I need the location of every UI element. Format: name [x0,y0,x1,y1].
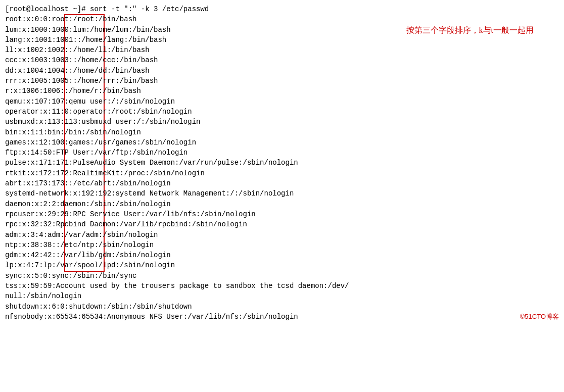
output-line: null:/sbin/nologin [5,291,559,301]
terminal: [root@localhost ~]# sort -t ":" -k 3 /et… [0,0,564,326]
output-line: sync:x:5:0:sync:/sbin:/bin/sync [5,271,559,281]
output-line: shutdown:x:6:0:shutdown:/sbin:/sbin/shut… [5,302,559,312]
output-line: lp:x:4:7:lp:/var/spool/lpd:/sbin/nologin [5,260,559,270]
output-line: tss:x:59:59:Account used by the trousers… [5,281,559,291]
output-line: ll:x:1002:1002::/home/ll:/bin/bash [5,45,559,55]
output-line: nfsnobody:x:65534:65534:Anonymous NFS Us… [5,312,559,322]
output-line: lang:x:1001:1001::/home/lang:/bin/bash [5,35,559,45]
output-line: rrr:x:1005:1005::/home/rrr:/bin/bash [5,76,559,86]
output-line: ntp:x:38:38::/etc/ntp:/sbin/nologin [5,240,559,250]
output-line: rpcuser:x:29:29:RPC Service User:/var/li… [5,209,559,219]
output-line: systemd-network:x:192:192:systemd Networ… [5,188,559,199]
output-line: ccc:x:1003:1003::/home/ccc:/bin/bash [5,55,559,65]
output-line: qemu:x:107:107:qemu user:/:/sbin/nologin [5,96,559,107]
output-line: games:x:12:100:games:/usr/games:/sbin/no… [5,137,559,148]
watermark: ©51CTO博客 [520,312,559,322]
prompt-line: [root@localhost ~]# sort -t ":" -k 3 /et… [5,4,559,14]
terminal-container: [root@localhost ~]# sort -t ":" -k 3 /et… [0,0,564,326]
output-line: rtkit:x:172:172:RealtimeKit:/proc:/sbin/… [5,168,559,178]
output-line: pulse:x:171:171:PulseAudio System Daemon… [5,158,559,168]
output-line: operator:x:11:0:operator:/root:/sbin/nol… [5,107,559,117]
output-lines: root:x:0:0:root:/root:/bin/bashlum:x:100… [5,14,559,322]
output-line: bin:x:1:1:bin:/bin:/sbin/nologin [5,127,559,137]
output-line: ftp:x:14:50:FTP User:/var/ftp:/sbin/nolo… [5,148,559,158]
output-line: adm:x:3:4:adm:/var/adm:/sbin/nologin [5,230,559,240]
output-line: r:x:1006:1006::/home/r:/bin/bash [5,86,559,96]
output-line: rpc:x:32:32:Rpcbind Daemon:/var/lib/rpcb… [5,219,559,229]
output-line: usbmuxd:x:113:113:usbmuxd user:/:/sbin/n… [5,117,559,127]
output-line: dd:x:1004:1004::/home/dd:/bin/bash [5,66,559,76]
output-line: abrt:x:173:173::/etc/abrt:/sbin/nologin [5,178,559,188]
output-line: gdm:x:42:42::/var/lib/gdm:/sbin/nologin [5,250,559,260]
sort-annotation: 按第三个字段排序，k与t一般一起用 [406,24,534,36]
output-line: root:x:0:0:root:/root:/bin/bash [5,14,559,24]
output-line: daemon:x:2:2:daemon:/sbin:/sbin/nologin [5,199,559,209]
